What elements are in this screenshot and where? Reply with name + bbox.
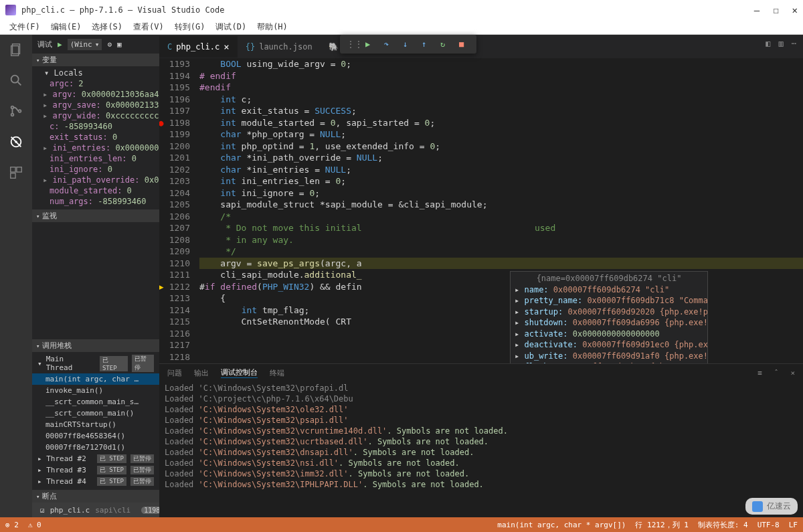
panel-tabs: 问题输出调试控制台终端≡ˆ× [159,364,803,381]
step-over-icon[interactable]: ↷ [384,39,395,49]
status-encoding[interactable]: UTF-8 [757,521,780,529]
stack-frame[interactable]: __scrt_common_main_s… [32,396,159,408]
menu-item[interactable]: 查看(V) [129,20,168,34]
status-warnings[interactable]: ⚠ 0 [28,521,41,529]
section-breakpoints[interactable]: 断点 [32,490,159,503]
restart-icon[interactable]: ↻ [440,39,451,49]
filter-icon[interactable]: ≡ [757,369,762,377]
svg-point-5 [11,114,14,116]
code[interactable]: BOOL using_wide_argv = 0;# endif#endif i… [199,58,803,363]
variable-row[interactable]: ini_entries: 0x0000000000… [32,143,159,153]
minimize-icon[interactable]: — [754,5,760,15]
editor: C php_cli.c ×{} launch.json🐘 tes 1193119… [159,35,803,517]
stack-frame[interactable]: __scrt_common_main() [32,408,159,419]
panel-tab[interactable]: 终端 [270,368,284,378]
vscode-icon [5,5,16,15]
stack-frame[interactable]: main(int argc, char … [32,373,159,385]
continue-icon[interactable]: ▶ [365,39,376,49]
section-callstack[interactable]: 调用堆栈 [32,339,159,352]
variable-row[interactable]: argv_save: 0x0000021330… [32,100,159,110]
status-position[interactable]: 行 1212，列 1 [635,520,688,530]
stack-frame[interactable]: 00007ff8e4658364() [32,430,159,442]
scm-icon[interactable] [8,103,24,119]
variable-row[interactable]: num_args: -858993460 [32,196,159,207]
gutter: 1193119411951196119711981199120012011202… [159,58,199,363]
stack-frame[interactable]: 00007ff8e71270d1() [32,442,159,453]
section-variables[interactable]: 变量 [32,54,159,66]
checkbox-icon[interactable]: ☑ [40,506,45,515]
menu-item[interactable]: 编辑(E) [47,20,86,34]
variable-row[interactable]: argc: 2 [32,78,159,89]
extensions-icon[interactable] [8,165,24,181]
tab-close-icon[interactable]: × [224,41,229,52]
debug-label: 调试 [37,39,52,50]
variable-row[interactable]: exit_status: 0 [32,132,159,143]
svg-rect-10 [11,167,15,172]
statusbar: ⊗ 2 ⚠ 0 main(int argc, char * argv[]) 行 … [0,517,803,532]
chevron-up-icon[interactable]: ˆ [774,369,779,377]
variable-row[interactable]: argv: 0x00000213036aa4… [32,89,159,100]
menu-item[interactable]: 文件(F) [5,20,44,34]
locals-header[interactable]: ▾ Locals [32,68,159,78]
menu-item[interactable]: 调试(D) [211,20,250,34]
status-eol[interactable]: LF [789,521,798,529]
debug-floatbar[interactable]: ⋮⋮ ▶ ↷ ↓ ↑ ↻ ■ [340,35,476,54]
sidebar: 调试 ▶ (Winc ▾ ⚙ ▣ 变量 ▾ Locals argc: 2argv… [32,35,159,517]
drag-handle-icon[interactable]: ⋮⋮ [347,39,357,49]
thread-row[interactable]: ▸ Thread #2已 STEP已暂停 [32,453,159,464]
maximize-icon[interactable]: ☐ [773,5,778,15]
split-editor-icon[interactable]: ◧ [766,39,770,48]
stack-frame[interactable]: mainCRTStartup() [32,419,159,430]
debug-config-select[interactable]: (Winc ▾ [68,39,102,50]
thread-main[interactable]: ▾ Main Thread 已 STEP已暂停 [32,353,159,373]
layout-icon[interactable]: ▥ [779,39,784,48]
window-title: php_cli.c — php-7.1.6 — Visual Studio Co… [21,5,754,15]
variable-row[interactable]: ini_ignore: 0 [32,164,159,175]
debug-icon[interactable] [8,134,24,150]
svg-line-3 [18,82,21,86]
thread-row[interactable]: ▸ Thread #3已 STEP已暂停 [32,464,159,476]
step-into-icon[interactable]: ↓ [403,39,414,49]
svg-rect-11 [17,167,21,172]
menu-item[interactable]: 选择(S) [88,20,126,34]
svg-point-4 [11,106,14,109]
watermark: 亿速云 [745,498,798,515]
svg-point-6 [19,110,21,112]
step-out-icon[interactable]: ↑ [422,39,432,49]
editor-tab[interactable]: C php_cli.c × [159,36,238,58]
variable-row[interactable]: c: -858993460 [32,121,159,132]
thread-row[interactable]: ▸ Thread #4已 STEP已暂停 [32,476,159,487]
variable-row[interactable]: ini_entries_len: 0 [32,153,159,164]
close-icon[interactable]: × [790,369,795,377]
debug-console[interactable]: Loaded 'C:\Windows\System32\profapi.dlLo… [159,381,803,517]
close-icon[interactable]: ✕ [792,5,798,15]
section-watch[interactable]: 监视 [32,209,159,222]
panel-tab[interactable]: 问题 [167,368,182,378]
debug-hover-popup[interactable]: {name=0x00007ff609db6274 "cli"▸ name: 0x… [510,271,708,363]
more-icon[interactable]: ⋯ [792,39,796,48]
panel-tab[interactable]: 调试控制台 [221,367,258,378]
status-tabsize[interactable]: 制表符长度: 4 [698,520,748,530]
search-icon[interactable] [8,72,24,88]
explorer-icon[interactable] [8,41,24,58]
panel-tab[interactable]: 输出 [194,368,209,378]
svg-rect-12 [11,173,15,178]
menu-item[interactable]: 帮助(H) [253,20,292,34]
breakpoint-item[interactable]: ☑ php_cli.c sapi\cli 1198 [32,503,159,517]
editor-tab[interactable]: {} launch.json [238,37,321,57]
menu-item[interactable]: 转到(G) [171,20,209,34]
status-errors[interactable]: ⊗ 2 [5,521,19,529]
variable-row[interactable]: module_started: 0 [32,185,159,196]
stack-frame[interactable]: invoke_main() [32,385,159,396]
variable-row[interactable]: argv_wide: 0xcccccccccc… [32,110,159,121]
code-editor[interactable]: 1193119411951196119711981199120012011202… [159,58,803,363]
svg-point-2 [11,76,19,83]
start-debug-icon[interactable]: ▶ [58,40,62,49]
console-icon[interactable]: ▣ [117,40,122,49]
menubar: 文件(F)编辑(E)选择(S)查看(V)转到(G)调试(D)帮助(H) [0,20,803,35]
variable-row[interactable]: ini_path_override: 0x00… [32,175,159,185]
stop-icon[interactable]: ■ [459,39,470,49]
panel: 问题输出调试控制台终端≡ˆ× Loaded 'C:\Windows\System… [159,363,803,517]
gear-icon[interactable]: ⚙ [107,40,112,49]
status-frame[interactable]: main(int argc, char * argv[]) [497,521,626,529]
